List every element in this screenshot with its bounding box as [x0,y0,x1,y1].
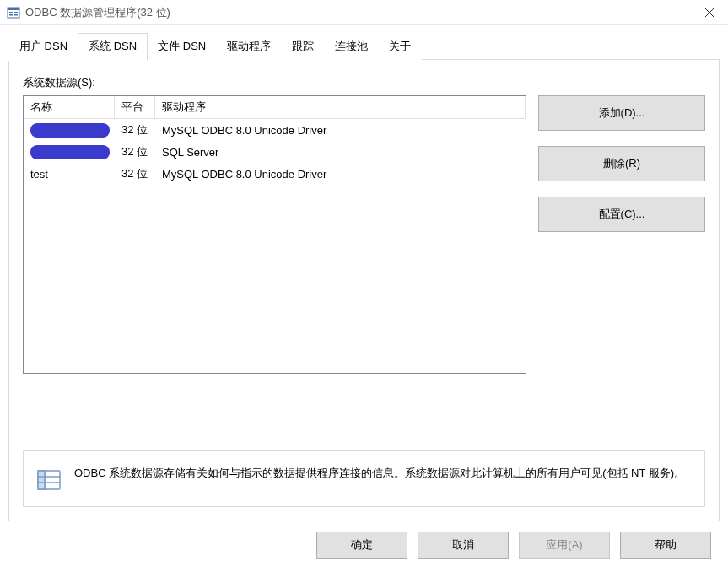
table-row[interactable]: 32 位 SQL Server [24,141,526,163]
add-button[interactable]: 添加(D)... [538,95,705,131]
svg-rect-2 [9,12,13,13]
svg-rect-4 [14,12,18,13]
apply-button: 应用(A) [519,532,610,559]
svg-rect-1 [8,8,19,10]
redacted-text [30,145,110,159]
cell-platform: 32 位 [115,121,155,139]
titlebar: ODBC 数据源管理程序(32 位) [0,0,728,25]
side-buttons: 添加(D)... 删除(R) 配置(C)... [538,95,705,374]
svg-rect-5 [14,14,18,16]
cell-platform: 32 位 [115,143,155,161]
cancel-button[interactable]: 取消 [418,532,509,559]
tab-panel: 系统数据源(S): 名称 平台 驱动程序 32 位 MySQL ODBC 8.0… [8,59,720,521]
column-header-name[interactable]: 名称 [24,96,115,118]
app-icon [7,6,20,19]
database-icon [35,466,62,493]
ok-button[interactable]: 确定 [316,532,407,559]
dialog-footer: 确定 取消 应用(A) 帮助 [8,521,720,559]
tab-user-dsn[interactable]: 用户 DSN [8,34,78,61]
svg-rect-12 [38,471,45,489]
tab-about[interactable]: 关于 [378,34,422,61]
table-row[interactable]: 32 位 MySQL ODBC 8.0 Unicode Driver [24,119,526,141]
cell-driver: MySQL ODBC 8.0 Unicode Driver [155,122,526,138]
info-text: ODBC 系统数据源存储有关如何与指示的数据提供程序连接的信息。系统数据源对此计… [74,464,685,483]
cell-name [24,121,115,138]
configure-button[interactable]: 配置(C)... [538,197,705,232]
listview-header: 名称 平台 驱动程序 [24,96,526,119]
dsn-listview[interactable]: 名称 平台 驱动程序 32 位 MySQL ODBC 8.0 Unicode D… [23,95,526,374]
svg-rect-3 [9,14,13,16]
info-box: ODBC 系统数据源存储有关如何与指示的数据提供程序连接的信息。系统数据源对此计… [23,450,705,507]
tabstrip: 用户 DSN 系统 DSN 文件 DSN 驱动程序 跟踪 连接池 关于 [8,32,720,59]
tab-system-dsn[interactable]: 系统 DSN [78,33,148,60]
cell-name: test [24,166,115,182]
cell-driver: MySQL ODBC 8.0 Unicode Driver [155,166,526,182]
column-header-platform[interactable]: 平台 [115,96,155,118]
help-button[interactable]: 帮助 [620,532,711,559]
tab-tracing[interactable]: 跟踪 [281,34,325,61]
tab-drivers[interactable]: 驱动程序 [216,34,282,61]
section-label: 系统数据源(S): [23,75,705,90]
close-button[interactable] [690,0,728,25]
redacted-text [30,123,110,138]
cell-platform: 32 位 [115,165,155,183]
cell-name [24,143,115,160]
column-header-driver[interactable]: 驱动程序 [155,96,526,118]
cell-driver: SQL Server [155,144,526,160]
tab-pooling[interactable]: 连接池 [324,34,379,61]
remove-button[interactable]: 删除(R) [538,146,705,181]
window-title: ODBC 数据源管理程序(32 位) [25,5,170,20]
tab-file-dsn[interactable]: 文件 DSN [147,34,217,61]
table-row[interactable]: test 32 位 MySQL ODBC 8.0 Unicode Driver [24,163,526,185]
